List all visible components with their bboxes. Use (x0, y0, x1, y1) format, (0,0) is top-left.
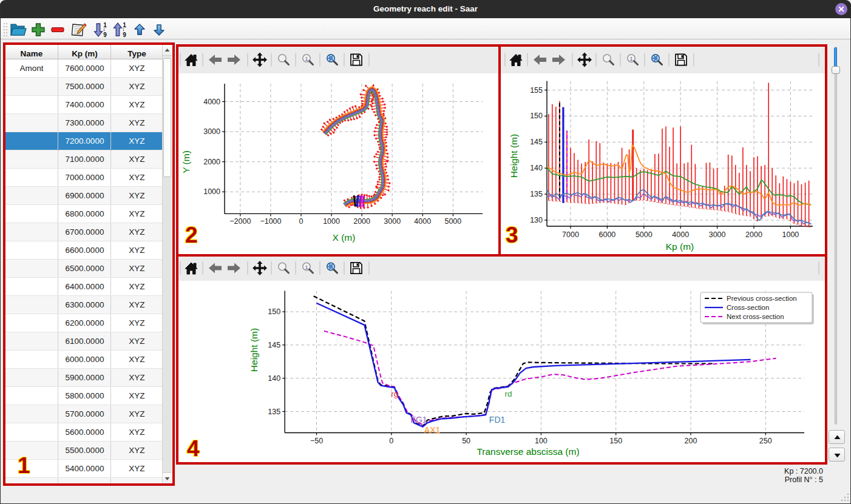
svg-text:FD1: FD1 (489, 415, 506, 425)
svg-text:150: 150 (609, 437, 622, 445)
svg-text:Height (m): Height (m) (249, 328, 259, 372)
svg-text:rg: rg (391, 389, 398, 398)
svg-text:3000: 3000 (384, 217, 401, 226)
svg-text:4000: 4000 (414, 217, 431, 226)
svg-text:135: 135 (530, 190, 543, 198)
svg-text:9: 9 (123, 32, 126, 38)
svg-text:150: 150 (530, 112, 543, 120)
svg-text:145: 145 (530, 138, 543, 146)
svg-text:2000: 2000 (745, 230, 762, 239)
svg-text:Previous cross-section: Previous cross-section (727, 295, 797, 302)
svg-text:4000: 4000 (672, 230, 689, 239)
svg-text:6000: 6000 (598, 230, 615, 239)
svg-text:140: 140 (268, 374, 280, 383)
svg-text:1: 1 (629, 56, 632, 62)
svg-text:250: 250 (759, 437, 772, 445)
svg-text:5000: 5000 (444, 217, 461, 226)
svg-text:155: 155 (530, 86, 543, 95)
svg-text:rd: rd (504, 389, 512, 398)
svg-text:5000: 5000 (636, 230, 653, 239)
svg-text:140: 140 (530, 164, 543, 172)
svg-text:3000: 3000 (203, 127, 220, 136)
svg-text:4000: 4000 (203, 98, 220, 106)
svg-text:150: 150 (268, 307, 280, 316)
svg-text:Kp (m): Kp (m) (666, 241, 694, 252)
svg-text:AX1: AX1 (424, 425, 441, 435)
svg-text:2000: 2000 (353, 217, 370, 226)
svg-text:50: 50 (462, 437, 470, 445)
svg-text:1: 1 (103, 22, 107, 29)
svg-text:Cross-section: Cross-section (727, 304, 769, 311)
svg-text:−2000: −2000 (229, 217, 251, 226)
svg-text:Transverse abscissa (m): Transverse abscissa (m) (476, 446, 579, 457)
svg-text:130: 130 (530, 216, 543, 224)
svg-text:−1000: −1000 (260, 217, 281, 226)
svg-text:0: 0 (389, 437, 393, 445)
svg-text:2000: 2000 (203, 158, 220, 166)
svg-text:9: 9 (103, 32, 107, 38)
svg-text:Next cross-section: Next cross-section (727, 313, 784, 320)
svg-text:1000: 1000 (782, 230, 799, 239)
svg-text:3000: 3000 (709, 230, 726, 239)
svg-text:145: 145 (268, 341, 280, 349)
svg-text:0: 0 (299, 217, 303, 226)
svg-text:1: 1 (123, 22, 126, 29)
svg-text:135: 135 (268, 408, 280, 416)
svg-text:200: 200 (685, 437, 697, 445)
svg-text:Y (m): Y (m) (181, 150, 191, 173)
svg-text:1000: 1000 (323, 217, 340, 226)
svg-text:Height (m): Height (m) (509, 134, 519, 178)
svg-text:1: 1 (305, 56, 308, 62)
svg-text:−50: −50 (310, 437, 323, 445)
svg-text:100: 100 (535, 437, 548, 445)
svg-text:1: 1 (305, 264, 308, 270)
svg-text:FG1: FG1 (410, 415, 427, 425)
svg-text:X (m): X (m) (333, 232, 356, 243)
svg-text:7000: 7000 (562, 230, 579, 239)
svg-text:1000: 1000 (203, 187, 220, 196)
